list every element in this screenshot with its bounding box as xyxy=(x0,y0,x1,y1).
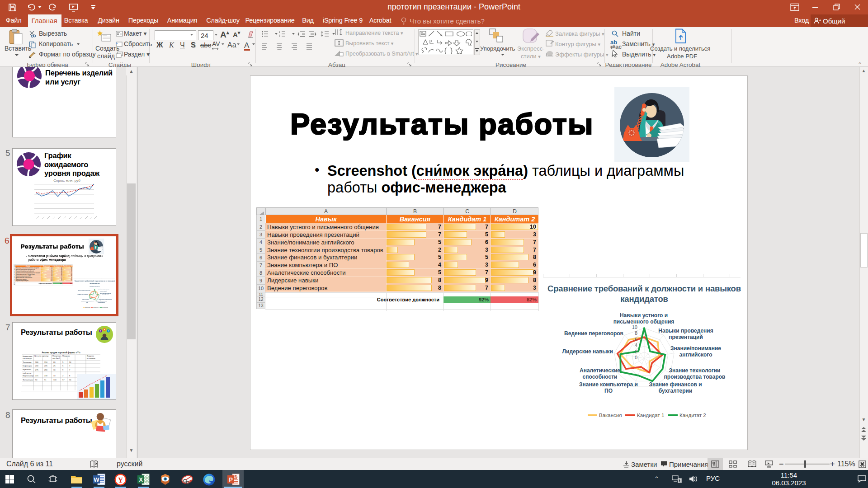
svg-text:Музыкаль-: Музыкаль- xyxy=(23,368,32,371)
svg-text:Цена за единицу: Цена за единицу xyxy=(34,355,48,357)
svg-text:430: 430 xyxy=(44,375,47,377)
svg-text:Фотоаппарат: Фотоаппарат xyxy=(23,379,33,381)
svg-text:10: 10 xyxy=(69,361,71,363)
svg-text:51: 51 xyxy=(44,379,47,381)
svg-text:ние (шт.): ние (шт.) xyxy=(52,357,60,359)
svg-text:280: 280 xyxy=(44,369,47,371)
svg-text:30: 30 xyxy=(53,369,56,371)
svg-text:от продаж: от продаж xyxy=(87,357,95,359)
svg-text:Кофеварка: Кофеварка xyxy=(23,365,32,367)
svg-text:50: 50 xyxy=(35,379,38,381)
svg-text:Телевизор: Телевизор xyxy=(23,361,32,363)
svg-text:200: 200 xyxy=(35,365,38,367)
svg-text:X: X xyxy=(139,476,143,483)
svg-text:10: 10 xyxy=(53,375,56,377)
svg-text:205: 205 xyxy=(44,365,47,367)
svg-text:310: 310 xyxy=(44,361,47,363)
svg-text:P: P xyxy=(229,476,233,483)
svg-text:ный центр: ный центр xyxy=(23,372,32,374)
svg-text:25: 25 xyxy=(53,365,56,367)
svg-text:20: 20 xyxy=(53,361,56,363)
svg-text:415: 415 xyxy=(35,375,38,377)
svg-text:34: 34 xyxy=(69,379,71,381)
svg-text:W: W xyxy=(94,476,99,483)
svg-text:57: 57 xyxy=(62,379,65,381)
svg-text:Y: Y xyxy=(118,476,123,484)
svg-text:Анализ продаж торговой фирмы «: Анализ продаж торговой фирмы «***» xyxy=(42,351,80,354)
svg-text:300: 300 xyxy=(35,361,38,363)
svg-text:275: 275 xyxy=(35,369,38,371)
svg-text:100: 100 xyxy=(53,379,57,381)
svg-text:Видеокамера: Видеокамера xyxy=(23,375,34,377)
svg-text:Продажа: Продажа xyxy=(62,355,70,357)
svg-text:ние товара: ние товара xyxy=(23,357,32,360)
